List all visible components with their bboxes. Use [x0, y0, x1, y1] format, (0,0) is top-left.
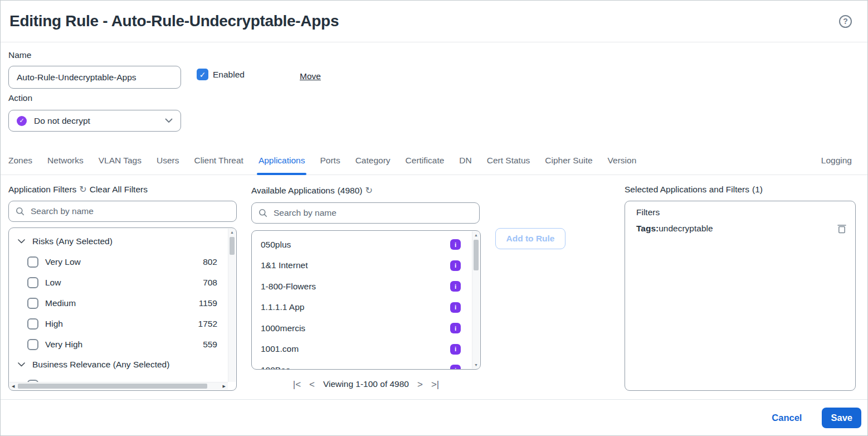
clear-all-filters-link[interactable]: Clear All Filters [90, 185, 148, 195]
last-page-button[interactable]: >| [431, 380, 439, 389]
move-link[interactable]: Move [300, 71, 321, 81]
search-icon [259, 209, 267, 217]
application-list-item[interactable]: 050plus i [252, 234, 472, 255]
application-list-item[interactable]: 1.1.1.1 App i [252, 297, 472, 318]
action-label: Action [8, 93, 32, 103]
tab-networks[interactable]: Networks [47, 147, 84, 175]
filter-type-label: Tags: [636, 224, 659, 234]
selected-count: (1) [752, 185, 763, 195]
chevron-down-icon [18, 362, 25, 367]
available-panel-title: Available Applications [251, 186, 335, 196]
enabled-label: Enabled [213, 70, 245, 80]
application-list-item[interactable]: 1000mercis i [252, 318, 472, 339]
previous-page-button[interactable]: < [309, 380, 315, 389]
scroll-up-icon[interactable]: ▲ [228, 230, 236, 234]
tab-ports[interactable]: Ports [320, 147, 340, 175]
filter-list-content: Risks (Any Selected) Very Low 802 Low 70… [9, 228, 228, 382]
scrollbar-thumb[interactable] [230, 237, 235, 255]
tab-zones[interactable]: Zones [8, 147, 32, 175]
page-title: Editing Rule - Auto-Rule-Undecryptable-A… [9, 12, 339, 30]
tab-cert-status[interactable]: Cert Status [487, 147, 530, 175]
name-label: Name [8, 50, 31, 60]
vertical-scrollbar: ▲ ▼ [472, 231, 480, 369]
tab-logging[interactable]: Logging [821, 147, 852, 175]
pagination-status: Viewing 1-100 of 4980 [323, 379, 409, 389]
chevron-down-icon [18, 239, 25, 244]
trash-icon[interactable] [837, 224, 846, 234]
dialog-header: Editing Rule - Auto-Rule-Undecryptable-A… [1, 1, 867, 42]
add-to-rule-button[interactable]: Add to Rule [495, 228, 565, 249]
application-list-item[interactable]: 100Bao i [252, 360, 472, 369]
tab-users[interactable]: Users [157, 147, 179, 175]
tab-dn[interactable]: DN [459, 147, 471, 175]
first-page-button[interactable]: |< [293, 380, 301, 389]
tab-applications[interactable]: Applications [259, 147, 305, 175]
filters-search-box [8, 201, 237, 222]
tab-certificate[interactable]: Certificate [406, 147, 445, 175]
checkbox[interactable] [27, 318, 38, 330]
info-icon[interactable]: i [450, 365, 461, 369]
condition-tabs: Zones Networks VLAN Tags Users Client Th… [1, 147, 867, 175]
available-search-input[interactable] [272, 207, 472, 219]
cancel-button[interactable]: Cancel [772, 413, 802, 423]
info-icon[interactable]: i [450, 239, 461, 250]
filter-option-low[interactable]: Low 708 [9, 272, 228, 293]
dialog-footer: Cancel Save [1, 399, 867, 435]
search-icon [16, 207, 25, 216]
info-icon[interactable]: i [450, 281, 461, 292]
filter-option-medium[interactable]: Medium 1159 [9, 293, 228, 313]
next-page-button[interactable]: > [417, 380, 423, 389]
tab-version[interactable]: Version [608, 147, 637, 175]
application-list-item[interactable]: 1001.com i [252, 339, 472, 360]
filters-panel-header: Application Filters ↻ Clear All Filters [8, 185, 148, 195]
action-dropdown[interactable]: ✓ Do not decrypt [8, 110, 181, 132]
tab-client-threat[interactable]: Client Threat [194, 147, 243, 175]
save-button[interactable]: Save [822, 408, 861, 428]
filter-option-partial[interactable] [9, 375, 228, 382]
business-relevance-group-header[interactable]: Business Relevance (Any Selected) [9, 355, 228, 375]
application-list-item[interactable]: 1-800-Flowers i [252, 276, 472, 297]
checkbox[interactable] [27, 298, 38, 309]
checkbox[interactable] [27, 277, 38, 288]
scroll-up-icon[interactable]: ▲ [472, 233, 480, 237]
checkbox[interactable] [27, 256, 38, 268]
info-icon[interactable]: i [450, 260, 461, 271]
filters-search-input[interactable] [30, 206, 230, 217]
count-badge: 1159 [199, 298, 217, 308]
checkbox[interactable] [27, 339, 38, 350]
filter-option-high[interactable]: High 1752 [9, 313, 228, 334]
refresh-icon[interactable]: ↻ [79, 185, 86, 194]
selected-filter-item: Tags: undecryptable [625, 217, 855, 234]
selected-items-list: Filters Tags: undecryptable [625, 201, 856, 391]
tab-category[interactable]: Category [355, 147, 391, 175]
info-icon[interactable]: i [450, 323, 461, 333]
risks-group-header[interactable]: Risks (Any Selected) [9, 231, 228, 251]
enabled-checkbox[interactable]: ✓ [197, 69, 208, 80]
selected-filters-group-label: Filters [625, 201, 855, 217]
scroll-left-icon[interactable]: ◀ [12, 384, 14, 389]
rule-form: Name ✓ Enabled Move Action ✓ Do not decr… [1, 42, 867, 147]
filter-option-very-low[interactable]: Very Low 802 [9, 251, 228, 272]
check-icon: ✓ [199, 70, 206, 79]
info-icon[interactable]: i [450, 302, 461, 313]
refresh-icon[interactable]: ↻ [365, 186, 372, 195]
tab-vlan-tags[interactable]: VLAN Tags [99, 147, 142, 175]
scroll-down-icon[interactable]: ▼ [472, 363, 480, 367]
do-not-decrypt-icon: ✓ [17, 116, 27, 126]
count-badge: 708 [203, 278, 217, 288]
chevron-down-icon [165, 118, 173, 123]
application-list-item[interactable]: 1&1 Internet i [252, 255, 472, 277]
scrollbar-thumb[interactable] [474, 240, 479, 270]
help-icon[interactable]: ? [839, 15, 852, 28]
horizontal-scrollbar: ◀ ▶ [9, 382, 228, 390]
filters-panel-title: Application Filters [8, 185, 76, 195]
scroll-right-icon[interactable]: ▶ [223, 384, 226, 389]
count-badge: 559 [203, 340, 217, 350]
tab-cipher-suite[interactable]: Cipher Suite [545, 147, 592, 175]
scrollbar-thumb[interactable] [18, 384, 207, 389]
name-input[interactable] [8, 66, 181, 89]
applications-list-content: 050plus i 1&1 Internet i 1-800-Flowers i… [252, 231, 472, 369]
filter-option-very-high[interactable]: Very High 559 [9, 334, 228, 355]
info-icon[interactable]: i [450, 344, 461, 355]
applications-tab-content: Application Filters ↻ Clear All Filters … [1, 175, 867, 399]
